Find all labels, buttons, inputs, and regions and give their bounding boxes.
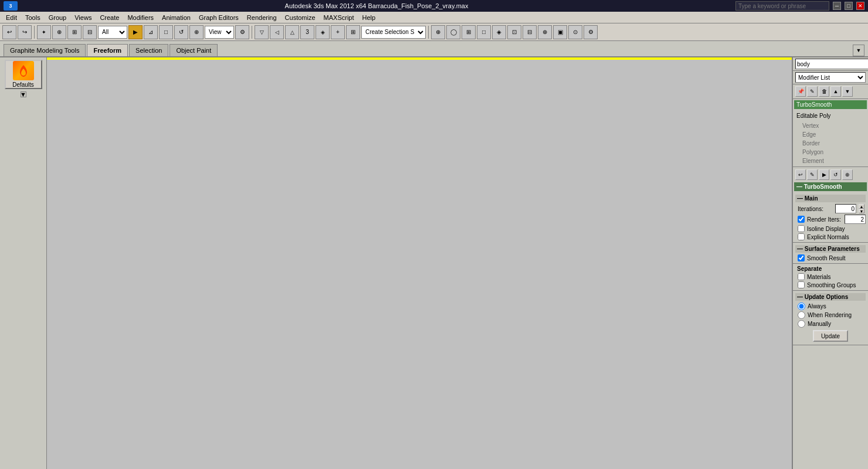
tb-btn-25[interactable]: ▣: [553, 25, 567, 39]
materials-label: Materials: [807, 274, 831, 280]
select-all-dropdown[interactable]: All: [98, 26, 127, 39]
defaults-button[interactable]: Defaults: [5, 60, 42, 89]
tb-btn-26[interactable]: ⊙: [568, 25, 582, 39]
iterations-down[interactable]: ▼: [859, 209, 864, 213]
mod-search-input[interactable]: [795, 59, 868, 69]
subitem-border[interactable]: Border: [793, 139, 868, 148]
close-button[interactable]: ✕: [856, 2, 864, 10]
isoline-checkbox[interactable]: [798, 225, 805, 232]
manually-radio[interactable]: [798, 320, 805, 328]
smooth-checkbox[interactable]: [798, 254, 805, 261]
mod-up-icon[interactable]: ▲: [830, 86, 841, 97]
main-section-title[interactable]: ― Main: [795, 195, 866, 202]
viewport-container: + | Perspective | Realistic + Edged Face…: [47, 57, 792, 469]
menu-group[interactable]: Group: [45, 13, 70, 22]
tb-btn-16[interactable]: ⊞: [346, 25, 360, 39]
mod-pin-icon[interactable]: 📌: [795, 86, 806, 97]
restore-button[interactable]: □: [845, 2, 853, 10]
turbosmooth-modifier[interactable]: TurboSmooth: [794, 100, 867, 109]
tb-btn-1[interactable]: ✦: [37, 25, 51, 39]
tb-btn-15[interactable]: +: [331, 25, 345, 39]
menu-views[interactable]: Views: [71, 13, 95, 22]
tb-btn-27[interactable]: ⚙: [584, 25, 598, 39]
mod-action-1[interactable]: ↩: [795, 169, 806, 180]
tb-btn-22[interactable]: ⊡: [507, 25, 521, 39]
tb-btn-19[interactable]: ⊞: [462, 25, 476, 39]
minimize-button[interactable]: ─: [833, 2, 841, 10]
tb-btn-10[interactable]: ▽: [255, 25, 269, 39]
menu-tools[interactable]: Tools: [22, 13, 44, 22]
materials-checkbox[interactable]: [798, 273, 805, 280]
mod-trash-icon[interactable]: 🗑: [819, 86, 829, 97]
mod-action-3[interactable]: ▶: [819, 169, 829, 180]
redo-button[interactable]: ↪: [18, 25, 32, 39]
modifier-list-dropdown[interactable]: Modifier List: [795, 72, 866, 83]
tb-btn-23[interactable]: ⊟: [523, 25, 537, 39]
tb-btn-18[interactable]: ◯: [446, 25, 460, 39]
tab-freeform[interactable]: Freeform: [87, 44, 128, 56]
explicit-checkbox[interactable]: [798, 233, 805, 240]
iterations-up[interactable]: ▲: [859, 204, 864, 209]
tb-btn-7[interactable]: ↺: [174, 25, 188, 39]
smoothing-checkbox[interactable]: [798, 281, 805, 288]
mod-action-5[interactable]: ⊕: [842, 169, 853, 180]
iterations-input[interactable]: [835, 204, 856, 213]
undo-button[interactable]: ↩: [2, 25, 16, 39]
panel-expand-icon[interactable]: ▼: [853, 45, 864, 56]
subitem-vertex[interactable]: Vertex: [793, 121, 868, 130]
render-iters-input[interactable]: [845, 215, 866, 224]
mod-down-icon[interactable]: ▼: [842, 86, 853, 97]
update-section-title[interactable]: ― Update Options: [795, 293, 866, 301]
menu-help[interactable]: Help: [359, 13, 379, 22]
tb-btn-4[interactable]: ⊟: [83, 25, 97, 39]
tb-btn-21[interactable]: ◈: [492, 25, 506, 39]
tab-selection[interactable]: Selection: [129, 44, 168, 56]
panel-tabs: Graphite Modeling Tools Freeform Selecti…: [0, 41, 868, 57]
tb-btn-9[interactable]: ⚙: [235, 25, 249, 39]
tb-btn-8[interactable]: ⊕: [189, 25, 204, 39]
tb-btn-24[interactable]: ⊕: [538, 25, 552, 39]
mod-action-4[interactable]: ↺: [830, 169, 841, 180]
tb-btn-17[interactable]: ⊕: [431, 25, 445, 39]
subitem-polygon[interactable]: Polygon: [793, 148, 868, 157]
left-panel: Defaults ▼: [0, 57, 47, 469]
surface-section-title[interactable]: ― Surface Parameters: [795, 245, 866, 253]
main-section: ― Main Iterations: ▲ ▼ Render Iters: ▲ ▼: [793, 192, 868, 243]
view-dropdown[interactable]: View: [205, 26, 234, 39]
menu-graph-editors[interactable]: Graph Editors: [195, 13, 242, 22]
select-btn[interactable]: ▶: [128, 25, 143, 39]
tb-btn-2[interactable]: ⊕: [52, 25, 66, 39]
mod-action-2[interactable]: ✎: [807, 169, 818, 180]
always-radio[interactable]: [798, 303, 805, 310]
tab-object-paint[interactable]: Object Paint: [169, 44, 218, 56]
tab-graphite[interactable]: Graphite Modeling Tools: [4, 44, 86, 56]
create-selection-dropdown[interactable]: Create Selection S...: [361, 26, 426, 39]
subitem-element[interactable]: Element: [793, 157, 868, 165]
app-logo: 3: [4, 1, 18, 11]
menu-animation[interactable]: Animation: [158, 13, 194, 22]
update-button[interactable]: Update: [813, 330, 848, 342]
tb-btn-6[interactable]: □: [159, 25, 173, 39]
tb-btn-12[interactable]: △: [285, 25, 299, 39]
search-input[interactable]: [735, 1, 829, 11]
render-iters-checkbox[interactable]: [798, 216, 805, 223]
always-row: Always: [795, 302, 866, 311]
menu-rendering[interactable]: Rendering: [243, 13, 280, 22]
editable-poly-modifier[interactable]: Editable Poly: [794, 111, 867, 120]
menu-customize[interactable]: Customize: [282, 13, 319, 22]
viewport[interactable]: + | Perspective | Realistic + Edged Face…: [47, 57, 792, 60]
tb-btn-14[interactable]: ◈: [316, 25, 330, 39]
rendering-radio[interactable]: [798, 311, 805, 319]
menu-maxscript[interactable]: MAXScript: [320, 13, 358, 22]
tb-btn-3[interactable]: ⊞: [67, 25, 82, 39]
tb-btn-5[interactable]: ⊿: [144, 25, 158, 39]
subitem-edge[interactable]: Edge: [793, 130, 868, 139]
mod-edit-icon[interactable]: ✎: [807, 86, 818, 97]
menu-create[interactable]: Create: [96, 13, 123, 22]
collapse-arrow[interactable]: ▼: [21, 91, 26, 97]
menu-edit[interactable]: Edit: [2, 13, 21, 22]
menu-modifiers[interactable]: Modifiers: [124, 13, 157, 22]
tb-btn-20[interactable]: □: [477, 25, 491, 39]
tb-btn-13[interactable]: 3: [300, 25, 314, 39]
tb-btn-11[interactable]: ◁: [270, 25, 284, 39]
